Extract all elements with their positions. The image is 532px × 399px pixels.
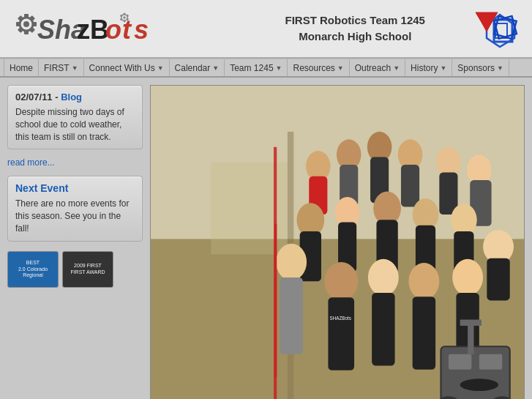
logo-svg: Sha z B o t s (11, 7, 157, 51)
svg-text:s: s (134, 15, 149, 45)
svg-point-80 (460, 379, 498, 391)
first-logo (470, 9, 521, 49)
svg-rect-62 (280, 277, 302, 354)
nav-arrow-calendar: ▼ (212, 64, 219, 72)
read-more-link[interactable]: read more... (7, 155, 143, 170)
svg-point-67 (368, 259, 399, 296)
svg-rect-8 (16, 22, 20, 26)
nav-arrow-first: ▼ (72, 64, 78, 72)
svg-rect-21 (124, 20, 126, 23)
svg-rect-78 (468, 324, 473, 354)
nav-item-resources[interactable]: Resources ▼ (288, 59, 349, 76)
nav-label-home: Home (10, 63, 33, 73)
svg-point-71 (452, 259, 483, 296)
svg-rect-70 (413, 297, 435, 370)
logo-area: Sha z B o t s (11, 7, 241, 51)
svg-rect-6 (24, 31, 29, 34)
svg-marker-28 (478, 16, 495, 32)
nav-item-team1245[interactable]: Team 1245 ▼ (225, 59, 288, 76)
nav-label-first: FIRST (44, 63, 70, 73)
nav-item-sponsors[interactable]: Sponsors ▼ (452, 59, 509, 76)
nav-arrow-resources: ▼ (337, 64, 344, 72)
event-title: Next Event (15, 182, 135, 194)
svg-rect-79 (460, 320, 482, 326)
nav-item-connect[interactable]: Connect With Us ▼ (84, 59, 170, 76)
svg-point-57 (451, 204, 477, 236)
nav-label-outreach: Outreach (355, 63, 391, 73)
svg-rect-75 (479, 354, 502, 370)
svg-point-1 (23, 21, 29, 27)
svg-rect-68 (372, 293, 394, 366)
svg-point-17 (123, 16, 126, 19)
svg-rect-63 (274, 224, 277, 378)
main-content: 02/07/11 - Blog Despite missing two days… (0, 78, 532, 399)
svg-point-64 (324, 262, 358, 300)
nav-item-outreach[interactable]: Outreach ▼ (350, 59, 405, 76)
event-box: Next Event There are no more events for … (7, 176, 143, 241)
team-photo: SHAZBots (150, 85, 525, 399)
svg-rect-74 (449, 354, 471, 370)
nav-item-home[interactable]: Home (4, 59, 39, 76)
svg-point-69 (408, 263, 439, 299)
badges-area: BEST2.0 Colorado Regional 2009 FIRSTFIRS… (7, 251, 143, 288)
sidebar: 02/07/11 - Blog Despite missing two days… (7, 85, 143, 399)
nav-label-resources: Resources (293, 63, 334, 73)
title-line2: Monarch High School (241, 29, 471, 45)
blog-box: 02/07/11 - Blog Despite missing two days… (7, 85, 143, 149)
nav-arrow-history: ▼ (440, 64, 446, 72)
navbar: Home FIRST ▼ Connect With Us ▼ Calendar … (0, 59, 532, 78)
blog-date: 02/07/11 - Blog (15, 92, 135, 102)
team-photo-svg: SHAZBots (151, 86, 524, 399)
svg-rect-44 (401, 165, 419, 207)
site-title: FIRST Robotics Team 1245 Monarch High Sc… (241, 12, 471, 45)
event-body: There are no more events for this season… (15, 198, 135, 234)
nav-arrow-outreach: ▼ (393, 64, 400, 72)
title-line1: FIRST Robotics Team 1245 (241, 12, 471, 29)
svg-rect-65 (328, 297, 354, 370)
svg-rect-18 (124, 13, 126, 15)
svg-text:z: z (77, 15, 90, 45)
svg-rect-60 (487, 258, 509, 301)
nav-arrow-team1245: ▼ (276, 64, 282, 72)
nav-arrow-sponsors: ▼ (497, 64, 503, 72)
nav-label-team1245: Team 1245 (230, 63, 273, 73)
nav-label-history: History (411, 63, 438, 73)
blog-link[interactable]: Blog (61, 92, 82, 102)
svg-point-61 (276, 244, 307, 280)
blog-body: Despite missing two days of school due t… (15, 106, 135, 143)
svg-rect-4 (33, 22, 37, 26)
nav-arrow-connect: ▼ (157, 64, 164, 72)
svg-text:SHAZBots: SHAZBots (330, 316, 351, 321)
nav-label-sponsors: Sponsors (457, 63, 495, 73)
nav-item-first[interactable]: FIRST ▼ (39, 59, 84, 76)
header: Sha z B o t s (0, 0, 532, 59)
svg-text:o: o (105, 15, 121, 45)
nav-label-calendar: Calendar (175, 63, 211, 73)
svg-rect-2 (24, 14, 29, 18)
badge-website: 2009 FIRSTFIRST AWARD (62, 251, 113, 288)
nav-item-history[interactable]: History ▼ (405, 59, 452, 76)
badge-best: BEST2.0 Colorado Regional (7, 251, 59, 288)
nav-item-calendar[interactable]: Calendar ▼ (170, 59, 225, 76)
site-logo[interactable]: Sha z B o t s (11, 7, 157, 51)
nav-label-connect: Connect With Us (89, 63, 155, 73)
